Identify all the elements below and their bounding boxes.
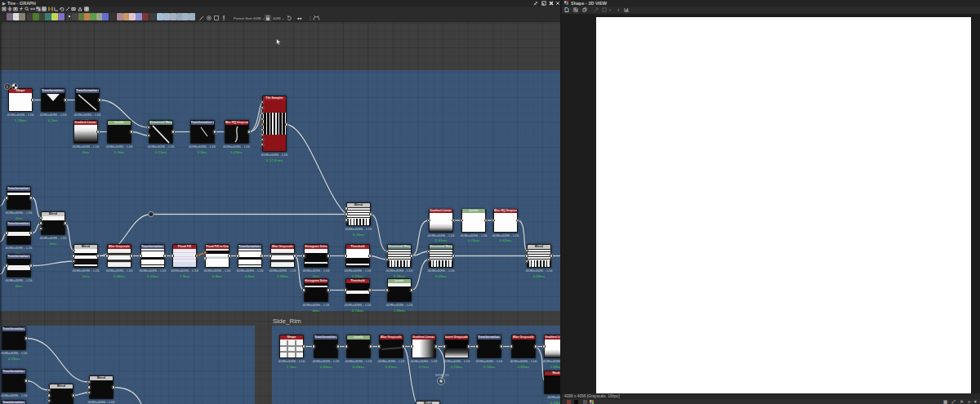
svg-text:SIDE_01: SIDE_01 (435, 373, 449, 377)
